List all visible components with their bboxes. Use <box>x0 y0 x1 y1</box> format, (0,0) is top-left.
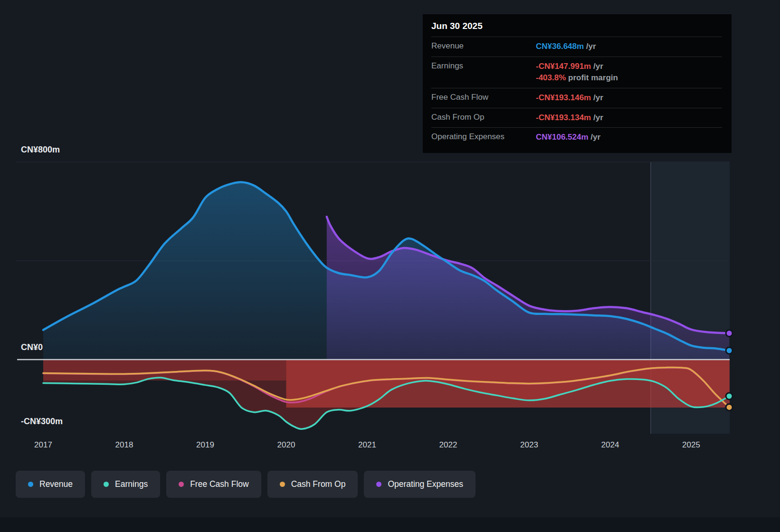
earnings-legend-dot-icon <box>104 482 109 487</box>
footer-strip <box>0 517 780 532</box>
loss-band-past <box>43 360 286 380</box>
legend-item-free-cash-flow[interactable]: Free Cash Flow <box>166 471 261 498</box>
tooltip-value-earnings: -CN¥147.991m /yr -403.8% profit margin <box>536 61 618 84</box>
tooltip-label-operating-expenses: Operating Expenses <box>431 132 536 142</box>
y-axis-label-0: CN¥0 <box>21 342 43 352</box>
earnings-revenue-history-chart: CN¥800m CN¥0 -CN¥300m 201720182019202020… <box>0 0 780 532</box>
revenue-legend-dot-icon <box>28 482 33 487</box>
operating-expenses-legend-dot-icon <box>376 482 381 487</box>
tooltip-row-revenue: Revenue CN¥36.648m /yr <box>431 37 722 57</box>
legend-label: Cash From Op <box>291 479 346 489</box>
tooltip-value-operating-expenses: CN¥106.524m /yr <box>536 132 600 143</box>
legend-item-revenue[interactable]: Revenue <box>16 471 85 498</box>
chart-legend: RevenueEarningsFree Cash FlowCash From O… <box>16 471 476 498</box>
x-axis-label-2025: 2025 <box>682 440 700 450</box>
y-axis-label-800m: CN¥800m <box>21 145 60 155</box>
revenue-endpoint-dot <box>726 347 732 354</box>
profit-margin-line: -403.8% profit margin <box>536 72 618 84</box>
free-cash-flow-legend-dot-icon <box>179 482 184 487</box>
tooltip-value-revenue: CN¥36.648m /yr <box>536 41 596 53</box>
x-axis-label-2018: 2018 <box>115 440 133 450</box>
cash-from-op-endpoint-dot <box>726 404 732 410</box>
x-axis-label-2024: 2024 <box>601 440 619 450</box>
x-axis: 201720182019202020212022202320242025 <box>0 440 780 452</box>
tooltip-label-cash-from-op: Cash From Op <box>431 112 536 122</box>
tooltip-label-earnings: Earnings <box>431 61 536 71</box>
x-axis-label-2020: 2020 <box>277 440 295 450</box>
tooltip-value-cash-from-op: -CN¥193.134m /yr <box>536 112 603 124</box>
tooltip-label-free-cash-flow: Free Cash Flow <box>431 92 536 102</box>
legend-item-cash-from-op[interactable]: Cash From Op <box>267 471 358 498</box>
chart-tooltip: Jun 30 2025 Revenue CN¥36.648m /yr Earni… <box>423 14 732 153</box>
tooltip-row-operating-expenses: Operating Expenses CN¥106.524m /yr <box>431 127 722 147</box>
legend-label: Earnings <box>115 479 148 489</box>
tooltip-value-free-cash-flow: -CN¥193.146m /yr <box>536 92 603 104</box>
x-axis-label-2017: 2017 <box>34 440 52 450</box>
tooltip-row-earnings: Earnings -CN¥147.991m /yr -403.8% profit… <box>431 57 722 88</box>
legend-label: Free Cash Flow <box>190 479 249 489</box>
y-axis-label-neg300m: -CN¥300m <box>21 417 63 427</box>
legend-label: Operating Expenses <box>388 479 463 489</box>
legend-item-operating-expenses[interactable]: Operating Expenses <box>364 471 476 498</box>
tooltip-row-cash-from-op: Cash From Op -CN¥193.134m /yr <box>431 108 722 128</box>
operating-expenses-endpoint-dot <box>726 330 732 337</box>
gridlines <box>16 162 730 261</box>
tooltip-label-revenue: Revenue <box>431 41 536 51</box>
earnings-endpoint-dot <box>726 393 732 399</box>
cash-from-op-legend-dot-icon <box>280 482 285 487</box>
x-axis-label-2021: 2021 <box>358 440 376 450</box>
legend-item-earnings[interactable]: Earnings <box>91 471 160 498</box>
x-axis-label-2022: 2022 <box>439 440 457 450</box>
legend-label: Revenue <box>39 479 73 489</box>
x-axis-label-2019: 2019 <box>196 440 214 450</box>
tooltip-date: Jun 30 2025 <box>431 21 722 37</box>
x-axis-label-2023: 2023 <box>520 440 538 450</box>
tooltip-row-free-cash-flow: Free Cash Flow -CN¥193.146m /yr <box>431 88 722 108</box>
